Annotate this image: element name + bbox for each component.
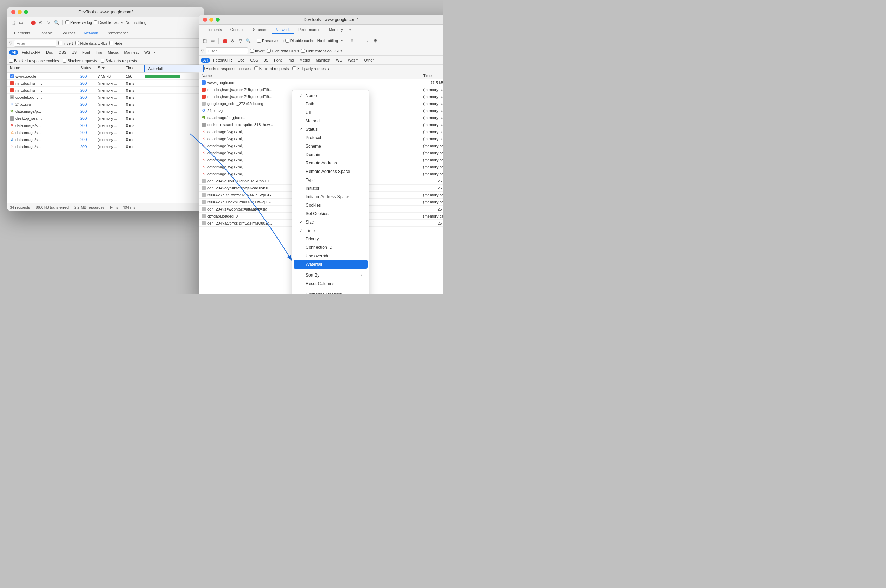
- type-doc-2[interactable]: Doc: [235, 58, 247, 63]
- blocked-cookies-cb-1[interactable]: [9, 59, 13, 63]
- type-ws-2[interactable]: WS: [334, 58, 345, 63]
- table-row[interactable]: dwww.google.com 77.5 kB 156 ms: [199, 79, 443, 86]
- type-css-2[interactable]: CSS: [248, 58, 261, 63]
- device-icon[interactable]: ▭: [18, 20, 24, 26]
- type-manifest-2[interactable]: Manifest: [313, 58, 333, 63]
- hide-data-checkbox-1[interactable]: [75, 41, 79, 45]
- type-font-1[interactable]: Font: [80, 50, 93, 55]
- table-row[interactable]: dwww.google.... 200 77.5 kB 156...: [7, 73, 204, 80]
- type-wasm-2[interactable]: Wasm: [345, 58, 361, 63]
- more-tabs-icon[interactable]: »: [347, 26, 354, 34]
- col-status-1[interactable]: Status: [77, 64, 95, 72]
- wifi-icon[interactable]: ⊕: [349, 38, 355, 44]
- type-js-1[interactable]: JS: [70, 50, 79, 55]
- blocked-requests-1[interactable]: Blocked requests: [63, 59, 97, 63]
- menu-item-size[interactable]: ✓ Size: [292, 218, 369, 226]
- menu-item-method[interactable]: Method: [292, 117, 369, 125]
- table-row[interactable]: ♬data:image/s... 200 (memory ... 0 ms: [7, 136, 204, 143]
- stop-icon-2[interactable]: ⬤: [221, 38, 228, 44]
- menu-item-domain[interactable]: Domain: [292, 150, 369, 159]
- hide-data-label-1[interactable]: Hide data URLs: [75, 41, 108, 45]
- menu-item-initiator[interactable]: Initiator: [292, 184, 369, 193]
- table-row[interactable]: ✕data:image/s... 200 (memory ... 0 ms: [7, 143, 204, 150]
- invert-label-2[interactable]: Invert: [250, 49, 265, 53]
- filter-icon[interactable]: ▽: [45, 20, 52, 26]
- more-types-1[interactable]: ›: [154, 50, 155, 55]
- hide-label-1[interactable]: Hide: [109, 41, 122, 45]
- table-row[interactable]: desktop_sear... 200 (memory ... 0 ms: [7, 115, 204, 122]
- blocked-requests-cb-2[interactable]: [254, 66, 258, 70]
- table-row[interactable]: m=cdos,hsm,... 200 (memory ... 0 ms: [7, 80, 204, 87]
- preserve-log-checkbox-1[interactable]: [65, 20, 69, 24]
- menu-item-remote-address-space[interactable]: Remote Address Space: [292, 167, 369, 176]
- menu-item-use-override[interactable]: Use override: [292, 252, 369, 260]
- type-all-2[interactable]: All: [201, 58, 210, 63]
- disable-cache-label-1[interactable]: Disable cache: [93, 20, 123, 25]
- device-icon-2[interactable]: ▭: [209, 38, 216, 44]
- invert-checkbox-2[interactable]: [250, 49, 254, 53]
- menu-item-name[interactable]: ✓ Name: [292, 92, 369, 100]
- table-row[interactable]: ✕data:image/s... 200 (memory ... 0 ms: [7, 122, 204, 129]
- select-icon[interactable]: ⬚: [10, 20, 16, 26]
- disable-cache-checkbox-1[interactable]: [93, 20, 98, 24]
- menu-item-waterfall-check[interactable]: Waterfall: [294, 260, 367, 268]
- type-css-1[interactable]: CSS: [56, 50, 69, 55]
- tab-elements-2[interactable]: Elements: [202, 26, 226, 34]
- disable-cache-label-2[interactable]: Disable cache: [285, 39, 314, 43]
- menu-item-url[interactable]: Url: [292, 108, 369, 117]
- tab-elements-1[interactable]: Elements: [10, 30, 35, 37]
- type-all-1[interactable]: All: [9, 50, 18, 55]
- hide-ext-label-2[interactable]: Hide extension URLs: [301, 49, 342, 53]
- menu-item-initiator-address-space[interactable]: Initiator Address Space: [292, 193, 369, 201]
- table-row[interactable]: ⚠data:image/s... 200 (memory ... 0 ms: [7, 129, 204, 136]
- col-size-1[interactable]: Size: [95, 64, 123, 72]
- type-fetch-2[interactable]: Fetch/XHR: [211, 58, 235, 63]
- menu-item-sort-by[interactable]: Sort By ›: [292, 271, 369, 279]
- invert-checkbox-1[interactable]: [59, 41, 62, 45]
- menu-item-protocol[interactable]: Protocol: [292, 134, 369, 142]
- tab-network-1[interactable]: Network: [80, 30, 102, 37]
- third-party-2[interactable]: 3rd-party requests: [292, 66, 328, 70]
- close-button-1[interactable]: [11, 10, 15, 14]
- maximize-button-1[interactable]: [24, 10, 28, 14]
- minimize-button-2[interactable]: [209, 18, 214, 22]
- tab-sources-2[interactable]: Sources: [249, 26, 271, 34]
- hide-checkbox-1[interactable]: [109, 41, 113, 45]
- menu-item-status[interactable]: ✓ Status: [292, 125, 369, 134]
- type-img-2[interactable]: Img: [285, 58, 296, 63]
- blocked-cookies-2[interactable]: Blocked response cookies: [201, 66, 251, 70]
- third-party-cb-2[interactable]: [292, 66, 296, 70]
- search-icon[interactable]: 🔍: [53, 20, 59, 26]
- tab-network-2[interactable]: Network: [272, 26, 294, 34]
- maximize-button-2[interactable]: [216, 18, 220, 22]
- menu-item-reset-columns[interactable]: Reset Columns: [292, 279, 369, 288]
- col-waterfall-1[interactable]: Waterfall: [144, 64, 204, 72]
- filter-input-1[interactable]: [14, 40, 56, 47]
- third-party-1[interactable]: 3rd-party requests: [101, 59, 137, 63]
- type-media-1[interactable]: Media: [105, 50, 120, 55]
- preserve-log-checkbox-2[interactable]: [257, 39, 261, 42]
- menu-item-type[interactable]: Type: [292, 176, 369, 184]
- window-controls-2[interactable]: [203, 18, 220, 22]
- settings-icon-net[interactable]: ⚙: [372, 38, 379, 44]
- select-icon-2[interactable]: ⬚: [202, 38, 208, 44]
- menu-item-priority[interactable]: Priority: [292, 235, 369, 243]
- menu-item-set-cookies[interactable]: Set Cookies: [292, 210, 369, 218]
- type-ws-1[interactable]: WS: [142, 50, 153, 55]
- upload-icon[interactable]: ↑: [357, 38, 363, 44]
- disable-cache-checkbox-2[interactable]: [285, 39, 289, 42]
- no-throttling-1[interactable]: No throttling: [126, 20, 146, 25]
- table-row[interactable]: 🌿data:image/p... 200 (memory ... 0 ms: [7, 108, 204, 115]
- menu-item-scheme[interactable]: Scheme: [292, 142, 369, 150]
- table-row[interactable]: G24px.svg 200 (memory ... 0 ms: [7, 101, 204, 108]
- invert-label-1[interactable]: Invert: [59, 41, 73, 45]
- tab-sources-1[interactable]: Sources: [57, 30, 80, 37]
- tab-performance-2[interactable]: Performance: [294, 26, 325, 34]
- tab-console-2[interactable]: Console: [226, 26, 249, 34]
- type-img-1[interactable]: Img: [93, 50, 104, 55]
- window-controls-1[interactable]: [11, 10, 28, 14]
- blocked-cookies-1[interactable]: Blocked response cookies: [9, 59, 59, 63]
- col-time-2[interactable]: Time: [420, 72, 443, 79]
- tab-performance-1[interactable]: Performance: [102, 30, 133, 37]
- no-throttling-2[interactable]: No throttling: [317, 39, 338, 43]
